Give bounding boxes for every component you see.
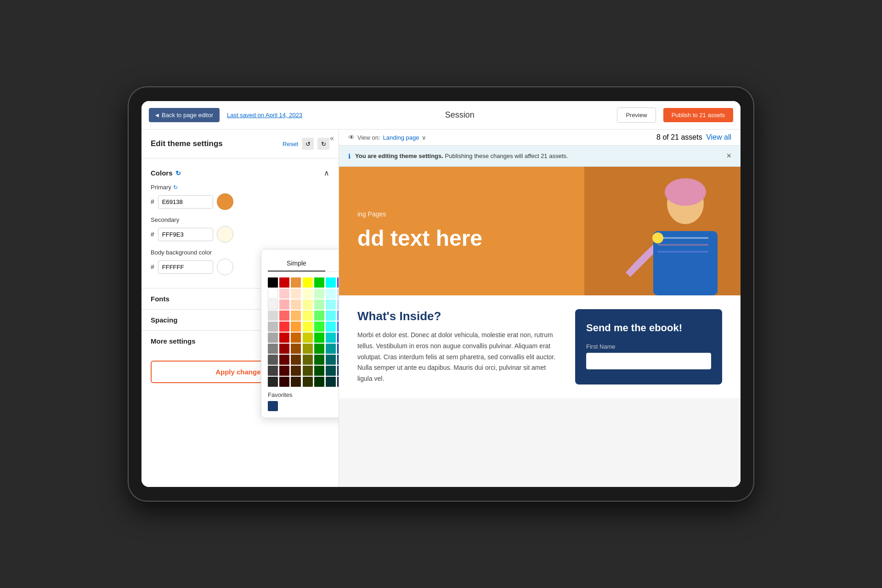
color-cell[interactable] [279,366,289,376]
primary-hash: # [151,198,154,205]
secondary-color-input[interactable] [158,228,213,241]
color-cell[interactable] [268,366,278,376]
color-cell[interactable] [314,355,324,365]
color-cell[interactable] [314,366,324,376]
color-cell[interactable] [314,277,324,288]
color-picker-popup: Simple Advanced Favorites Edit [261,249,339,418]
color-cell[interactable] [291,366,301,376]
colors-chevron-up-icon[interactable]: ∧ [324,169,329,177]
color-cell[interactable] [303,311,313,321]
color-cell[interactable] [314,322,324,332]
color-cell[interactable] [314,344,324,354]
last-saved-link[interactable]: Last saved on April 14, 2023 [227,112,302,119]
color-cell[interactable] [291,377,301,387]
primary-color-input[interactable] [158,195,213,209]
primary-color-swatch[interactable] [217,193,233,210]
color-cell[interactable] [326,344,336,354]
fav-colors [268,401,339,411]
color-cell[interactable] [326,366,336,376]
color-cell[interactable] [279,311,289,321]
color-cell[interactable] [326,355,336,365]
color-cell[interactable] [268,288,278,299]
reset-row: Reset ↺ ↻ [283,138,329,150]
color-cell[interactable] [326,311,336,321]
color-cell[interactable] [303,355,313,365]
color-cell[interactable] [303,277,313,288]
color-cell[interactable] [326,288,336,299]
color-cell[interactable] [291,322,301,332]
color-cell[interactable] [291,288,301,299]
color-cell[interactable] [314,311,324,321]
color-cell[interactable] [314,377,324,387]
color-cell[interactable] [268,355,278,365]
color-cell[interactable] [326,300,336,310]
color-cell[interactable] [326,377,336,387]
close-banner-button[interactable]: × [726,151,731,161]
color-cell[interactable] [314,333,324,343]
sidebar: « Edit theme settings Reset ↺ ↻ Colors [141,130,339,487]
color-cell[interactable] [291,355,301,365]
sidebar-collapse-button[interactable]: « [330,134,334,142]
color-cell[interactable] [303,366,313,376]
color-cell[interactable] [268,311,278,321]
color-cell[interactable] [326,333,336,343]
secondary-color-row: Secondary # [151,216,329,243]
secondary-color-swatch[interactable] [217,226,233,243]
reset-button[interactable]: Reset [283,141,298,147]
color-cell[interactable] [279,300,289,310]
color-cell[interactable] [291,344,301,354]
color-cell[interactable] [326,322,336,332]
color-cell[interactable] [279,333,289,343]
color-cell[interactable] [279,288,289,299]
color-cell[interactable] [279,377,289,387]
color-cell[interactable] [303,322,313,332]
color-cell[interactable] [291,333,301,343]
primary-label: Primary ↻ [151,184,329,191]
color-cell[interactable] [268,377,278,387]
picker-tabs: Simple Advanced [268,256,339,272]
color-cell[interactable] [303,300,313,310]
publish-button[interactable]: Publish to 21 assets [663,108,733,122]
tab-advanced[interactable]: Advanced [325,256,339,271]
landing-page-link[interactable]: Landing page [383,134,419,141]
whats-inside-area: What's Inside? Morbi et dolor est. Donec… [357,309,561,384]
first-name-input[interactable] [586,353,711,369]
color-cell[interactable] [303,344,313,354]
color-cell[interactable] [303,333,313,343]
top-bar: Back to page editor Last saved on April … [141,101,741,130]
theme-banner-text: You are editing theme settings. Publishi… [355,153,568,159]
color-cell[interactable] [268,344,278,354]
color-cell[interactable] [303,377,313,387]
color-cell[interactable] [268,277,278,288]
color-cell[interactable] [279,355,289,365]
color-cell[interactable] [326,277,336,288]
primary-refresh-icon[interactable]: ↻ [173,184,178,191]
svg-point-7 [665,178,706,206]
color-cell[interactable] [303,288,313,299]
color-cell[interactable] [291,311,301,321]
color-cell[interactable] [268,322,278,332]
color-cell[interactable] [314,288,324,299]
color-cell[interactable] [291,277,301,288]
fav-color-swatch[interactable] [268,401,278,411]
color-cell[interactable] [268,300,278,310]
color-cell[interactable] [291,300,301,310]
content-area: 👁 View on: Landing page ∨ 8 of 21 assets… [339,130,741,487]
color-cell[interactable] [314,300,324,310]
body-bg-color-swatch[interactable] [217,259,233,275]
tab-simple[interactable]: Simple [268,256,325,271]
body-bg-color-input[interactable] [158,260,213,274]
view-all-link[interactable]: View all [706,133,731,141]
preview-button[interactable]: Preview [617,107,656,123]
colors-refresh-icon[interactable]: ↻ [175,170,181,177]
color-cell[interactable] [268,333,278,343]
theme-editing-banner: ℹ You are editing theme settings. Publis… [339,146,741,167]
dropdown-icon[interactable]: ∨ [422,134,426,141]
color-cell[interactable] [279,277,289,288]
undo-button[interactable]: ↺ [302,138,314,150]
color-cell[interactable] [279,344,289,354]
redo-button[interactable]: ↻ [317,138,329,150]
color-grid [268,277,339,387]
back-to-editor-button[interactable]: Back to page editor [149,108,220,122]
color-cell[interactable] [279,322,289,332]
